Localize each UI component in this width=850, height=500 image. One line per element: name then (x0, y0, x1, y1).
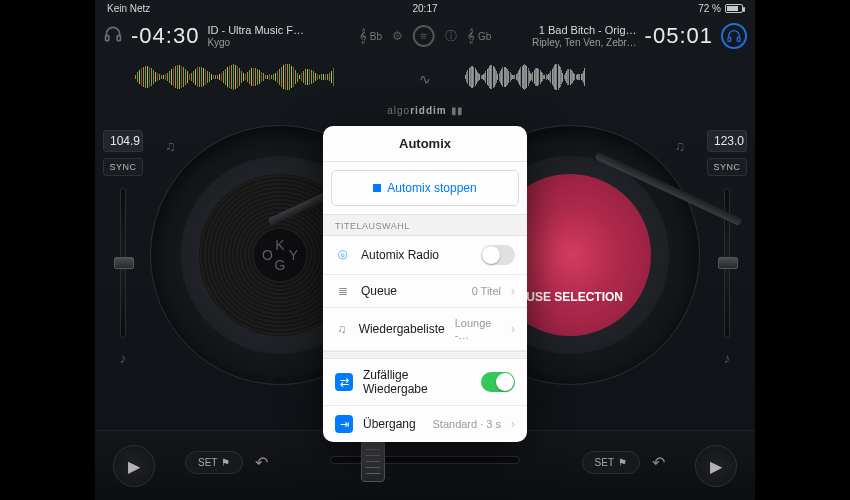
left-key[interactable]: 𝄞Bb (359, 28, 382, 44)
playlist-icon: ♫ (335, 322, 349, 336)
left-sync-button[interactable]: SYNC (103, 158, 143, 176)
group-label: TITELAUSWAHL (323, 214, 527, 236)
track-header: -04:30 ID - Ultra Music F… Kygo 𝄞Bb ⚙ ⓘ … (95, 16, 755, 56)
svg-rect-3 (737, 37, 740, 41)
left-track-block[interactable]: ID - Ultra Music F… Kygo (207, 24, 304, 48)
left-jump-icon[interactable]: ↶ (255, 453, 268, 472)
status-bar: Kein Netz 20:17 72 % (95, 0, 755, 16)
note-icon[interactable]: ♫ (165, 138, 176, 154)
row-shuffle[interactable]: ⇄ Zufällige Wiedergabe (323, 359, 527, 406)
left-record-label: KYGO (254, 229, 306, 281)
waveform-row[interactable]: ∿ (95, 56, 755, 101)
right-bpm[interactable]: 123.0 (707, 130, 747, 152)
flag-icon: ⚑ (618, 457, 627, 468)
right-jump-icon[interactable]: ↶ (652, 453, 665, 472)
shuffle-icon: ⇄ (335, 373, 353, 391)
left-waveform[interactable] (135, 62, 335, 92)
row-transition[interactable]: ⇥ Übergang Standard · 3 s › (323, 406, 527, 442)
right-track-artist: Ripley, Ten Ven, Zebr… (532, 37, 637, 49)
left-bpm[interactable]: 104.9 (103, 130, 143, 152)
list-icon: ≣ (335, 284, 351, 298)
headphones-right-icon[interactable] (721, 23, 747, 49)
flag-icon: ⚑ (221, 457, 230, 468)
popover-title: Automix (323, 126, 527, 162)
right-side-column: 123.0 SYNC ♪ (705, 130, 749, 366)
right-play-button[interactable]: ▶ (695, 445, 737, 487)
left-track-artist: Kygo (207, 37, 304, 49)
right-deck-time: -05:01 (645, 23, 713, 49)
note-icon[interactable]: ♪ (724, 350, 731, 366)
right-set-cue-button[interactable]: SET⚑ (582, 451, 640, 474)
right-track-block[interactable]: 1 Bad Bitch - Orig… Ripley, Ten Ven, Zeb… (532, 24, 637, 48)
stop-automix-button[interactable]: Automix stoppen (331, 170, 519, 206)
right-cue-group: SET⚑ ↶ (582, 451, 665, 474)
info-icon[interactable]: ⓘ (445, 28, 457, 45)
automix-popover: Automix Automix stoppen TITELAUSWAHL ⦾ A… (323, 126, 527, 442)
battery-icon (725, 4, 743, 13)
right-waveform[interactable] (465, 62, 585, 92)
left-track-title: ID - Ultra Music F… (207, 24, 304, 37)
right-track-title: 1 Bad Bitch - Orig… (532, 24, 637, 37)
left-side-column: 104.9 SYNC ♪ (101, 130, 145, 366)
chevron-right-icon: › (511, 417, 515, 431)
headphones-left-icon[interactable] (103, 24, 123, 48)
right-key[interactable]: 𝄞Gb (467, 28, 491, 44)
row-automix-radio[interactable]: ⦾ Automix Radio (323, 236, 527, 275)
crossfader-knob[interactable] (361, 440, 385, 482)
svg-rect-0 (106, 36, 109, 41)
left-tempo-fader[interactable] (120, 188, 126, 338)
row-playlist[interactable]: ♫ Wiedergabeliste Lounge -… › (323, 308, 527, 351)
left-set-cue-button[interactable]: SET⚑ (185, 451, 243, 474)
gear-icon[interactable]: ⚙ (392, 29, 403, 43)
right-sync-button[interactable]: SYNC (707, 158, 747, 176)
chevron-right-icon: › (511, 322, 515, 336)
app-stage: Kein Netz 20:17 72 % -04:30 ID - Ultra M… (0, 0, 850, 500)
chevron-right-icon: › (511, 284, 515, 298)
stop-icon (373, 184, 381, 192)
radio-icon: ⦾ (335, 248, 351, 262)
svg-rect-1 (117, 36, 120, 41)
battery-pct: 72 % (698, 3, 721, 14)
shuffle-toggle[interactable] (481, 372, 515, 392)
crossfader[interactable] (330, 456, 520, 464)
left-deck-time: -04:30 (131, 23, 199, 49)
carrier-label: Kein Netz (107, 3, 150, 14)
note-icon[interactable]: ♪ (120, 350, 127, 366)
waveform-center-icon[interactable]: ∿ (419, 71, 431, 87)
fader-knob[interactable] (114, 257, 134, 269)
battery-indicator: 72 % (698, 3, 743, 14)
dj-app: Kein Netz 20:17 72 % -04:30 ID - Ultra M… (95, 0, 755, 500)
brand-logo: algoriddim▮▮ (95, 101, 755, 119)
row-queue[interactable]: ≣ Queue 0 Titel › (323, 275, 527, 308)
clock: 20:17 (412, 3, 437, 14)
automix-radio-toggle[interactable] (481, 245, 515, 265)
left-play-button[interactable]: ▶ (113, 445, 155, 487)
left-cue-group: SET⚑ ↶ (185, 451, 268, 474)
fader-knob[interactable] (718, 257, 738, 269)
note-icon[interactable]: ♫ (675, 138, 686, 154)
spotify-icon[interactable] (413, 25, 435, 47)
svg-rect-2 (728, 37, 731, 41)
transition-icon: ⇥ (335, 415, 353, 433)
